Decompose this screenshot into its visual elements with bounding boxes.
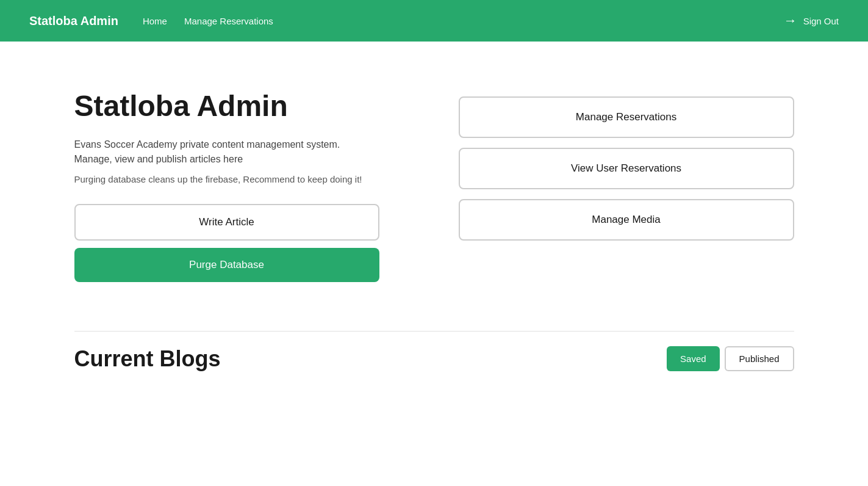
view-user-reservations-button[interactable]: View User Reservations [459,148,794,189]
blogs-title: Current Blogs [74,346,221,372]
hero-left: Statloba Admin Evans Soccer Academy priv… [74,90,410,282]
purge-database-button[interactable]: Purge Database [74,248,379,282]
nav-link-manage-reservations[interactable]: Manage Reservations [184,16,273,26]
hero-description: Evans Soccer Academy private content man… [74,137,367,167]
hero-note: Purging database cleans up the firebase,… [74,174,410,184]
main-content: Statloba Admin Evans Soccer Academy priv… [38,42,831,421]
write-article-button[interactable]: Write Article [74,204,379,241]
nav-brand[interactable]: Statloba Admin [29,14,118,28]
hero-section: Statloba Admin Evans Soccer Academy priv… [74,90,794,282]
manage-reservations-button[interactable]: Manage Reservations [459,96,794,138]
nav-right[interactable]: → Sign Out [784,14,839,27]
nav-links: Home Manage Reservations [143,16,784,26]
manage-media-button[interactable]: Manage Media [459,199,794,241]
blogs-section: Current Blogs Saved Published [74,331,794,384]
blogs-filters: Saved Published [667,346,794,371]
hero-right: Manage Reservations View User Reservatio… [459,90,794,241]
filter-published-button[interactable]: Published [725,346,794,371]
navbar: Statloba Admin Home Manage Reservations … [0,0,868,42]
signout-icon: → [784,14,797,27]
filter-saved-button[interactable]: Saved [667,346,720,371]
blogs-header: Current Blogs Saved Published [74,332,794,384]
nav-link-home[interactable]: Home [143,16,167,26]
signout-label[interactable]: Sign Out [803,16,839,26]
page-title: Statloba Admin [74,90,410,123]
